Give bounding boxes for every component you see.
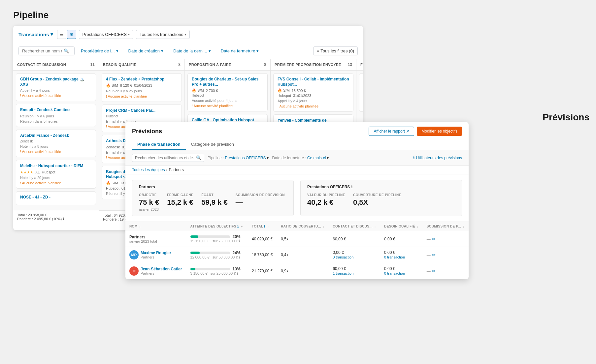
search-icon: 🔍 bbox=[64, 48, 69, 53]
summary-partners: Partners OBJECTIF 75 k € janvier 2023 FE… bbox=[132, 180, 294, 216]
close-date-filter-value[interactable]: Ce mois-ci bbox=[307, 156, 326, 160]
partners-ecart: ÉCART 59,9 k € bbox=[201, 193, 228, 211]
th-ratio[interactable]: RATIO DE COUVERTU... ↕ bbox=[277, 222, 329, 231]
view-toggle: ☰ ⊞ bbox=[57, 30, 76, 39]
td-name-partners: Partners janvier 2023 total bbox=[125, 231, 186, 247]
contact-link-mr[interactable]: 0 transaction bbox=[333, 255, 353, 259]
person-name-mr[interactable]: Maxime Rougier bbox=[141, 251, 171, 255]
table-header-row: NOM ↕ ATTEINTE DES OBJECTIFS ℹ ▼ TOTAL ℹ… bbox=[125, 222, 469, 231]
prev-search-icon: 🔍 bbox=[196, 155, 201, 160]
prev-title: Prévisions bbox=[132, 128, 162, 135]
summary-prestations: Prestations OFFICERS ℹ VALEUR DU PIPELIN… bbox=[300, 180, 462, 216]
table-row: MR Maxime Rougier Partners bbox=[125, 247, 469, 263]
filter-select[interactable]: Toutes les transactions ▾ bbox=[136, 30, 190, 39]
besoin-link-jc[interactable]: 0 transaction bbox=[384, 271, 405, 275]
prestations-pipeline: VALEUR DU PIPELINE 40,2 k € bbox=[307, 193, 345, 207]
card-4[interactable]: Melelhe - Hubspot courtier - DIFM ★★★★ X… bbox=[16, 160, 96, 189]
search-input[interactable] bbox=[22, 48, 62, 53]
td-name-mr: MR Maxime Rougier Partners bbox=[125, 247, 186, 263]
td-progress-mr: 24% 12 000,00 € sur 50 000,00 € ℹ bbox=[186, 247, 248, 263]
avatar-mr: MR bbox=[129, 250, 139, 259]
card-b1[interactable]: 4 Flux - Zendesk + Prestatshop 🔥 S/M 8 1… bbox=[102, 73, 182, 102]
contact-link-jc[interactable]: 1 transaction bbox=[333, 271, 353, 275]
tab-categorie[interactable]: Catégorie de prévision bbox=[186, 139, 239, 150]
summary-row: Partners OBJECTIF 75 k € janvier 2023 FE… bbox=[125, 174, 469, 222]
card-3[interactable]: ArceDin France - Zendesk Zendesk Note il… bbox=[16, 130, 96, 158]
table-row: JC Jean-Sébastien Catier Partners bbox=[125, 263, 469, 279]
card-2[interactable]: Emcpli - Zendesk Comiteo Réunion il y a … bbox=[16, 104, 96, 127]
prev-tabs: Phase de transaction Catégorie de prévis… bbox=[125, 139, 469, 150]
pipeline-chevron: ▾ bbox=[128, 33, 130, 36]
col-finalisation-header: FINALISATION PÉRIMÈTRE ET CONT... 1 bbox=[356, 59, 363, 71]
edit-jc[interactable]: ✏ bbox=[432, 268, 436, 274]
prev-header: Prévisions Afficher le rapport ↗ Modifie… bbox=[125, 122, 469, 136]
tab-phase[interactable]: Phase de transaction bbox=[132, 139, 186, 150]
users-previsions-link[interactable]: ℹ Utilisateurs des prévisions bbox=[413, 156, 462, 160]
col-premiere-header: PREMIÈRE PROPOSITION ENVOYÉE 13 bbox=[271, 59, 356, 71]
card-pp1[interactable]: FVS Conseil - Collab - implémentation Hu… bbox=[273, 73, 353, 112]
close-date-filter[interactable]: Date de fermeture ▾ bbox=[217, 46, 263, 55]
col-besoin-header: BESOIN QUALIFIÉ 8 bbox=[99, 59, 184, 71]
td-contact-mr: 0,00 € 0 transaction bbox=[329, 247, 380, 263]
col-contact-cards: GBH Group - Zendesk package 🏔️ XXS Appel… bbox=[13, 71, 99, 210]
td-besoin-jc: 0,00 € 0 transaction bbox=[380, 263, 423, 279]
all-filters-btn[interactable]: ≡ Tous les filtres (0) bbox=[313, 46, 358, 55]
prev-filters: 🔍 Pipeline : Prestations OFFICERS ▾ Date… bbox=[125, 150, 469, 166]
pipeline-filter-value[interactable]: Prestations OFFICERS bbox=[225, 156, 266, 160]
owner-filter[interactable]: Propriétaire de l... ▾ bbox=[77, 46, 122, 55]
col-proposition-header: PROPOSITION À FAIRE 8 bbox=[185, 59, 270, 71]
toolbar: Transactions ▾ ☰ ⊞ Prestations OFFICERS … bbox=[13, 26, 363, 43]
last-date-filter[interactable]: Date de la derni... ▾ bbox=[170, 46, 215, 55]
modify-btn[interactable]: Modifier les objectifs bbox=[417, 127, 462, 136]
th-soumission[interactable]: SOUMISSION DE P... ↕ bbox=[423, 222, 469, 231]
th-total[interactable]: TOTAL ℹ ↕ bbox=[248, 222, 277, 231]
filter-chevron: ▾ bbox=[184, 33, 186, 36]
list-view-btn[interactable]: ☰ bbox=[57, 30, 66, 39]
prev-header-btns: Afficher le rapport ↗ Modifier les objec… bbox=[369, 127, 462, 136]
td-total-partners: 40 029,00 € bbox=[248, 231, 277, 247]
report-btn[interactable]: Afficher le rapport ↗ bbox=[369, 127, 414, 136]
card-1[interactable]: GBH Group - Zendesk package 🏔️ XXS Appel… bbox=[16, 73, 96, 101]
filters-row: 🔍 Propriétaire de l... ▾ Date de créatio… bbox=[13, 43, 363, 59]
filter-close-date: Date de fermeture : Ce mois-ci ▾ bbox=[272, 156, 329, 160]
transactions-btn[interactable]: Transactions ▾ bbox=[18, 31, 53, 37]
td-contact-jc: 60,00 € 1 transaction bbox=[329, 263, 380, 279]
edit-partners[interactable]: ✏ bbox=[432, 236, 436, 242]
td-progress-jc: 13% 3 150,00 € sur 25 000,00 € ℹ bbox=[186, 263, 248, 279]
td-soumission-mr: — ✏ bbox=[423, 247, 469, 263]
prev-table-container: NOM ↕ ATTEINTE DES OBJECTIFS ℹ ▼ TOTAL ℹ… bbox=[125, 222, 469, 279]
avatar-jc: JC bbox=[129, 266, 139, 276]
pipeline-select[interactable]: Prestations OFFICERS ▾ bbox=[79, 30, 133, 39]
td-besoin-mr: 0,00 € 0 transaction bbox=[380, 247, 423, 263]
transactions-label: Transactions bbox=[18, 32, 49, 37]
th-besoin[interactable]: BESOIN QUALIFIÉ ↕ bbox=[380, 222, 423, 231]
td-total-mr: 18 750,00 € bbox=[248, 247, 277, 263]
filter-pipeline: Pipeline : Prestations OFFICERS ▾ bbox=[208, 156, 269, 160]
partners-soumission: SOUMISSION DE PRÉVISION — bbox=[236, 193, 285, 211]
td-total-jc: 21 279,00 € bbox=[248, 263, 277, 279]
card-p1[interactable]: Bougies de Charieux - Set-up Sales Pro +… bbox=[187, 73, 268, 111]
card-f1[interactable]: Priinco Energia France - Cadrage Set-up … bbox=[359, 73, 363, 112]
creation-date-filter[interactable]: Date de création ▾ bbox=[125, 46, 167, 55]
partners-ferme: FERMÉ GAGNÉ 15,2 k € bbox=[167, 193, 193, 211]
td-progress-partners: 20% 15 150,00 € sur 75 000,00 € ℹ bbox=[186, 231, 248, 247]
besoin-link-mr[interactable]: 0 transaction bbox=[384, 255, 405, 259]
td-name-jc: JC Jean-Sébastien Catier Partners bbox=[125, 263, 186, 279]
table-row: Partners janvier 2023 total 20% 15 150,0… bbox=[125, 231, 469, 247]
person-name-jc[interactable]: Jean-Sébastien Catier bbox=[141, 267, 182, 271]
prev-search-input[interactable] bbox=[135, 156, 194, 160]
previsions-panel: Prévisions Afficher le rapport ↗ Modifie… bbox=[125, 122, 469, 279]
card-5[interactable]: NOSE - 4J - ZD - bbox=[16, 191, 96, 205]
th-contact[interactable]: CONTACT ET DISCUS... ↕ bbox=[329, 222, 380, 231]
prestations-couverture: COUVERTURE DE PIPELINE 0,5X bbox=[353, 193, 401, 207]
edit-mr[interactable]: ✏ bbox=[432, 252, 436, 258]
td-soumission-partners: — ✏ bbox=[423, 231, 469, 247]
th-nom[interactable]: NOM ↕ bbox=[125, 222, 186, 231]
td-contact-partners: 60,00 € bbox=[329, 231, 380, 247]
th-atteinte[interactable]: ATTEINTE DES OBJECTIFS ℹ ▼ bbox=[186, 222, 248, 231]
transactions-chevron: ▾ bbox=[50, 31, 53, 37]
col-contact-header: CONTACT ET DISCUSSION 11 bbox=[13, 59, 99, 71]
td-besoin-partners: 0,00 € bbox=[380, 231, 423, 247]
grid-view-btn[interactable]: ⊞ bbox=[67, 30, 76, 39]
td-soumission-jc: — ✏ bbox=[423, 263, 469, 279]
